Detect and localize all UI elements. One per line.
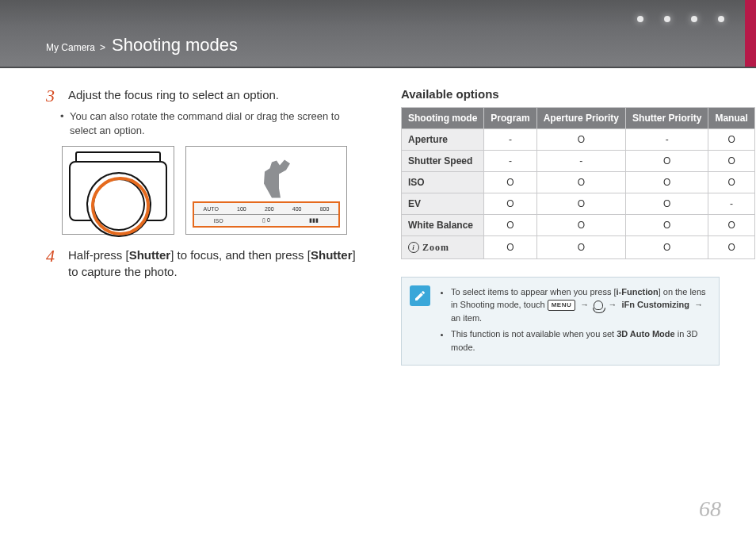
info-icon: i: [408, 242, 419, 253]
page-number: 68: [699, 496, 721, 522]
step-text: Adjust the focus ring to select an optio…: [68, 87, 279, 105]
breadcrumb-prefix: My Camera: [46, 42, 95, 53]
note-item: This function is not available when you …: [451, 327, 709, 354]
note-item: To select items to appear when you press…: [451, 285, 709, 325]
manual-page: My Camera > Shooting modes 3 Adjust the …: [0, 0, 756, 536]
table-row: EV O O O -: [402, 193, 755, 215]
note-box: To select items to appear when you press…: [401, 277, 720, 366]
table-row: Shutter Speed - - O O: [402, 151, 755, 172]
right-column: Available options Shooting mode Program …: [401, 87, 720, 536]
user-icon: [594, 301, 603, 310]
options-heading: Available options: [401, 87, 720, 101]
zoom-label: i Zoom: [408, 242, 449, 254]
breadcrumb-sep: >: [100, 42, 105, 53]
breadcrumb: My Camera > Shooting modes: [46, 35, 238, 56]
page-header: My Camera > Shooting modes: [0, 0, 756, 68]
content-area: 3 Adjust the focus ring to select an opt…: [0, 67, 756, 536]
screen-illustration: AUTO 100 200 400 800 ISO ▯ 0 ▮▮▮: [185, 146, 347, 235]
step-text: Half-press [Shutter] to focus, and then …: [68, 247, 365, 280]
step-number: 3: [46, 87, 60, 105]
step-4: 4 Half-press [Shutter] to focus, and the…: [46, 247, 365, 280]
iso-scale: AUTO 100 200 400 800 ISO ▯ 0 ▮▮▮: [193, 201, 340, 228]
header-decoration: [637, 16, 724, 22]
person-silhouette-icon: [256, 155, 296, 202]
focus-ring-highlight: [91, 177, 150, 235]
scale-label-row: ISO ▯ 0 ▮▮▮: [194, 214, 338, 226]
table-row: i Zoom O O O O: [402, 236, 755, 259]
page-title: Shooting modes: [112, 35, 238, 56]
figures-row: AUTO 100 200 400 800 ISO ▯ 0 ▮▮▮: [62, 146, 365, 235]
accent-tab: [745, 0, 756, 67]
step-number: 4: [46, 247, 60, 280]
step-3: 3 Adjust the focus ring to select an opt…: [46, 87, 365, 105]
options-table: Shooting mode Program Aperture Priority …: [401, 107, 755, 259]
scale-values: AUTO 100 200 400 800: [194, 203, 338, 214]
table-row: White Balance O O O O: [402, 215, 755, 236]
table-row: Aperture - O - O: [402, 129, 755, 151]
table-row: ISO O O O O: [402, 172, 755, 193]
step-3-sub: You can also rotate the command dial or …: [70, 109, 365, 138]
table-header-row: Shooting mode Program Aperture Priority …: [402, 108, 755, 129]
menu-key-icon: MENU: [548, 300, 576, 311]
left-column: 3 Adjust the focus ring to select an opt…: [46, 87, 365, 536]
pencil-note-icon: [410, 285, 430, 306]
camera-illustration: [62, 146, 174, 235]
